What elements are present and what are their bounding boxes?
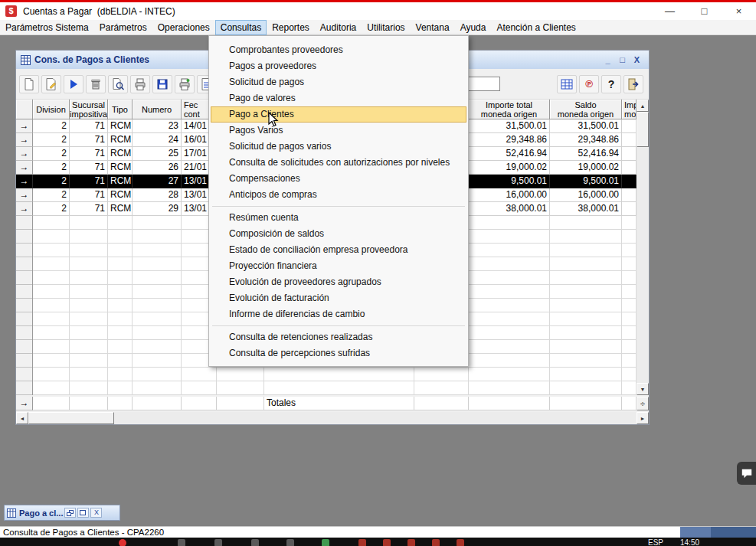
close-button[interactable]: × (722, 2, 756, 20)
dropdown-item[interactable]: Compensaciones (211, 171, 466, 187)
run-button[interactable] (64, 75, 83, 93)
consultas-dropdown-menu: Comprobantes proveedores Pagos a proveed… (208, 35, 469, 367)
horizontal-scrollbar[interactable]: ◄ ► (16, 412, 649, 424)
print-button[interactable] (130, 75, 150, 93)
dropdown-item[interactable]: Informe de diferencias de cambio (211, 306, 466, 322)
minimize-button[interactable]: — (653, 2, 687, 20)
table-window-icon (21, 55, 31, 65)
taskbar-app-icon[interactable] (251, 539, 259, 546)
dropdown-item[interactable]: Consulta de percepciones sufridas (211, 345, 466, 361)
horizontal-scroll-thumb[interactable] (28, 412, 114, 424)
taskbar-app-icon[interactable] (178, 539, 185, 546)
taskbar-app-icon[interactable] (214, 539, 222, 546)
taskbar-fragment (680, 527, 756, 538)
grid-split-button[interactable]: ÷ (637, 397, 649, 410)
scroll-right-button[interactable]: ► (637, 412, 649, 424)
chat-widget[interactable] (737, 462, 756, 485)
maximize-button[interactable] (77, 508, 89, 518)
grid-view-button[interactable] (557, 75, 577, 93)
cell-division: 2 (33, 133, 70, 147)
taskbar-language[interactable]: ESP (648, 538, 663, 546)
cell-numero: 27 (133, 175, 182, 188)
printer-icon (133, 77, 147, 91)
taskbar-clock[interactable]: 14:50 (680, 538, 699, 546)
child-minimize-button[interactable]: _ (601, 55, 615, 64)
dropdown-item[interactable]: Estado de conciliación empresa proveedor… (211, 242, 466, 258)
taskbar-app-icon[interactable] (286, 539, 294, 546)
taskbar-app-icon[interactable] (383, 539, 391, 546)
column-header-marker (16, 100, 33, 119)
menubar-item-auditoria[interactable]: Auditoria (315, 20, 362, 35)
dropdown-item[interactable]: Solicitud de pagos (211, 74, 466, 90)
menubar-item-operaciones[interactable]: Operaciones (152, 20, 215, 35)
preview-button[interactable] (108, 75, 128, 93)
scroll-up-button[interactable]: ▲ (637, 100, 649, 112)
dropdown-item[interactable]: Composición de saldos (211, 226, 466, 242)
menubar-item-utilitarios[interactable]: Utilitarios (362, 20, 410, 35)
column-header-importe[interactable]: Importe totalmoneda origen (469, 100, 550, 119)
dropdown-item[interactable]: Pagos a proveedores (211, 58, 466, 74)
cell-saldo: 19,000.02 (550, 161, 622, 175)
taskbar-app-icon[interactable] (358, 539, 366, 546)
menubar-item-ventana[interactable]: Ventana (411, 20, 455, 35)
exit-button[interactable] (623, 75, 643, 93)
new-button[interactable] (19, 75, 39, 93)
dropdown-item[interactable]: Pagos Varios (211, 123, 466, 139)
restore-button[interactable] (64, 508, 76, 518)
vertical-scrollbar[interactable]: ▲ ▼ (637, 100, 649, 395)
dropdown-item[interactable]: Consulta de retenciones realizadas (211, 329, 466, 345)
printer-color-icon (178, 77, 191, 91)
cell-numero: 28 (133, 188, 182, 202)
menu-separator (212, 206, 465, 207)
edit-button[interactable] (41, 75, 61, 93)
save-button[interactable] (152, 75, 172, 93)
taskbar-app-icon[interactable] (322, 539, 329, 546)
scroll-left-button[interactable]: ◄ (16, 412, 28, 424)
vertical-scroll-thumb[interactable] (637, 112, 649, 147)
dropdown-item[interactable]: Solicitud de pagos varios (211, 139, 466, 155)
child-maximize-button[interactable]: □ (615, 55, 630, 64)
column-header-saldo[interactable]: Saldomoneda origen (550, 100, 622, 119)
menubar-item-parametros[interactable]: Parámetros (94, 20, 152, 35)
dropdown-item[interactable]: Resúmen cuenta (211, 210, 466, 226)
cell-division: 2 (33, 175, 70, 188)
dropdown-item[interactable]: Evolución de facturación (211, 290, 466, 306)
column-header-numero[interactable]: Numero (133, 100, 182, 119)
print-setup-button[interactable] (175, 75, 195, 93)
menubar-item-ayuda[interactable]: Ayuda (455, 20, 492, 35)
taskbar-app-icon[interactable] (119, 539, 126, 546)
help-button[interactable]: ? (601, 75, 621, 93)
dropdown-item[interactable]: Evolución de proveedores agrupados (211, 274, 466, 290)
dropdown-item[interactable]: Consulta de solicitudes con autorizacion… (211, 155, 466, 171)
column-header-tipo[interactable]: Tipo (108, 100, 133, 119)
taskbar-app-icon[interactable] (407, 539, 415, 546)
scroll-down-button[interactable]: ▼ (637, 383, 649, 395)
delete-button[interactable] (86, 75, 106, 93)
menubar-item-consultas[interactable]: Consultas (215, 20, 267, 35)
dropdown-item-pago-a-clientes[interactable]: Pago a Clientes (211, 106, 466, 123)
dropdown-item[interactable]: Anticipos de compras (211, 187, 466, 203)
minimized-window-pago-a-clientes[interactable]: Pago a cl... X (4, 505, 120, 521)
menu-separator (212, 325, 465, 326)
column-header-sucursal[interactable]: Sucursalimpositiva (70, 100, 108, 119)
close-button[interactable]: X (90, 508, 102, 518)
cell-numero: 29 (133, 202, 182, 216)
taskbar-app-icon[interactable] (457, 539, 464, 546)
column-header-division[interactable]: Division (33, 100, 70, 119)
maximize-button[interactable]: □ (687, 2, 722, 20)
cell-importe2 (622, 133, 637, 147)
dropdown-item[interactable]: Comprobantes proveedores (211, 42, 466, 58)
statusbar: Consulta de Pagos a Clientes - CPA2260 (0, 526, 756, 538)
cell-saldo: 9,500.01 (550, 175, 622, 188)
taskbar-app-icon[interactable] (432, 539, 440, 546)
menubar-item-atencion-a-clientes[interactable]: Atención a Clientes (491, 20, 581, 35)
menubar-item-parametros-sistema[interactable]: Parámetros Sistema (0, 20, 94, 35)
dropdown-item[interactable]: Pago de valores (211, 90, 466, 106)
dropdown-item[interactable]: Proyección financiera (211, 258, 466, 274)
menubar-item-reportes[interactable]: Reportes (267, 20, 315, 35)
child-close-button[interactable]: X (630, 55, 644, 64)
statusbar-text: Consulta de Pagos a Clientes - CPA2260 (3, 528, 164, 537)
column-header-importe2[interactable]: Impmor (622, 100, 637, 119)
options-button[interactable]: ℗ (579, 75, 599, 93)
row-marker-icon: → (16, 188, 33, 202)
